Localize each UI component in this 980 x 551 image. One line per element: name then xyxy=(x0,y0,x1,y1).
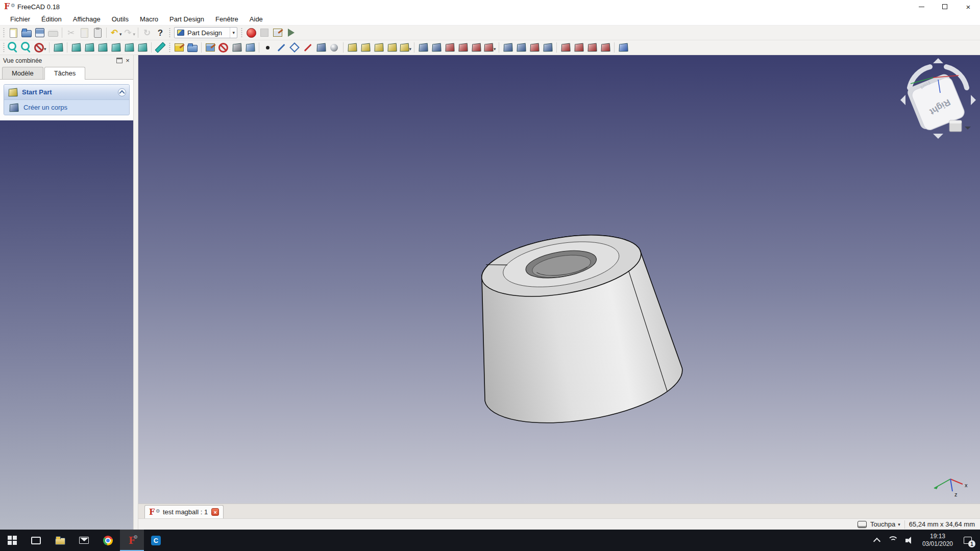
arrow-left[interactable] xyxy=(900,95,905,105)
network[interactable] xyxy=(885,530,901,551)
macro-edit[interactable] xyxy=(271,26,284,39)
arrow-right[interactable] xyxy=(971,95,976,105)
open-document[interactable] xyxy=(20,26,33,39)
undo[interactable]: ▾ xyxy=(109,26,122,39)
polar-pattern[interactable] xyxy=(528,41,541,54)
fit-selection[interactable] xyxy=(20,41,33,54)
nav-cube-dropdown-icon[interactable] xyxy=(965,127,971,130)
subtractive-pipe[interactable] xyxy=(470,41,483,54)
revolution[interactable] xyxy=(359,41,372,54)
close-button[interactable]: × xyxy=(957,0,980,13)
toolbar-drag-handle[interactable] xyxy=(168,27,172,38)
menu-macro[interactable]: Macro xyxy=(135,14,163,24)
additive-pipe[interactable] xyxy=(385,41,399,54)
shape-binder[interactable] xyxy=(314,41,328,54)
panel-splitter[interactable] xyxy=(134,55,138,530)
leave-sketch[interactable] xyxy=(217,41,230,54)
navigation-style-selector[interactable]: Touchpa ▾ xyxy=(856,519,900,530)
arrow-up[interactable] xyxy=(933,58,943,63)
view-front[interactable] xyxy=(69,41,83,54)
tab-taches[interactable]: Tâches xyxy=(44,67,86,80)
3d-part-model[interactable] xyxy=(138,55,980,504)
datum-line[interactable] xyxy=(275,41,288,54)
datum-point[interactable] xyxy=(261,41,275,54)
save-document[interactable] xyxy=(33,26,46,39)
datum-plane[interactable] xyxy=(288,41,301,54)
menu-edition[interactable]: Édition xyxy=(36,14,67,24)
paste[interactable] xyxy=(91,26,104,39)
linear-pattern[interactable] xyxy=(514,41,528,54)
draft[interactable] xyxy=(585,41,599,54)
workbench-selector[interactable]: Part Design ▾ xyxy=(174,27,237,38)
macro-record[interactable] xyxy=(244,26,258,39)
view-right[interactable] xyxy=(96,41,109,54)
app-c[interactable] xyxy=(144,530,168,551)
new-document[interactable] xyxy=(7,26,20,39)
volume[interactable] xyxy=(901,530,918,551)
create-body-task-link[interactable]: Créer un corps xyxy=(4,100,129,115)
map-sketch-to-face[interactable] xyxy=(230,41,243,54)
pad[interactable] xyxy=(346,41,359,54)
nav-cube-menu[interactable] xyxy=(949,120,971,132)
menu-aide[interactable]: Aide xyxy=(244,14,268,24)
maximize-button[interactable] xyxy=(933,0,957,13)
macro-execute[interactable] xyxy=(284,26,298,39)
chrome[interactable] xyxy=(96,530,120,551)
create-body[interactable] xyxy=(186,41,199,54)
chamfer[interactable] xyxy=(572,41,585,54)
task-view[interactable] xyxy=(24,530,48,551)
menu-fenetre[interactable]: Fenêtre xyxy=(210,14,243,24)
create-sketch[interactable] xyxy=(173,41,186,54)
multitransform[interactable] xyxy=(541,41,554,54)
view-rear[interactable] xyxy=(109,41,122,54)
toolbar-drag-handle[interactable] xyxy=(2,42,6,53)
thickness[interactable] xyxy=(599,41,612,54)
view-left[interactable] xyxy=(136,41,149,54)
taskbar-clock[interactable]: 19:13 03/01/2020 xyxy=(919,533,957,548)
panel-float-icon[interactable] xyxy=(116,58,122,63)
clone[interactable] xyxy=(328,41,341,54)
boolean-operation[interactable] xyxy=(617,41,630,54)
view-section[interactable] xyxy=(243,41,257,54)
subtractive-loft[interactable] xyxy=(456,41,470,54)
fit-all[interactable] xyxy=(7,41,20,54)
edit-sketch[interactable] xyxy=(204,41,217,54)
3d-viewport[interactable]: Right Front xyxy=(138,55,980,504)
mirrored[interactable] xyxy=(501,41,514,54)
action-center-button[interactable]: 1 xyxy=(958,530,978,551)
document-tab[interactable]: F⚙ test magball : 1 × xyxy=(144,505,224,518)
task-group-header[interactable]: Start Part xyxy=(4,85,129,100)
local-coordinate-system[interactable] xyxy=(301,41,314,54)
toolbar-drag-handle[interactable] xyxy=(240,27,243,38)
document-tab-close-icon[interactable]: × xyxy=(211,508,219,516)
view-top[interactable] xyxy=(83,41,96,54)
additive-loft[interactable] xyxy=(372,41,385,54)
mail[interactable] xyxy=(72,530,96,551)
groove[interactable] xyxy=(443,41,456,54)
file-explorer[interactable] xyxy=(48,530,72,551)
view-axonometric[interactable] xyxy=(52,41,65,54)
toolbar-drag-handle[interactable] xyxy=(2,27,6,38)
panel-close-icon[interactable]: × xyxy=(124,57,131,64)
tab-modele[interactable]: Modèle xyxy=(2,67,43,79)
additive-primitive[interactable]: ▾ xyxy=(399,41,412,54)
menu-outils[interactable]: Outils xyxy=(107,14,134,24)
draw-style[interactable]: ▾ xyxy=(33,41,47,54)
measure-distance[interactable] xyxy=(154,41,167,54)
fillet[interactable] xyxy=(559,41,572,54)
toolbar-drag-handle[interactable] xyxy=(168,42,172,53)
whats-this[interactable] xyxy=(154,26,167,39)
navigation-cube[interactable]: Right Front xyxy=(899,57,977,143)
arrow-down[interactable] xyxy=(933,134,943,139)
menu-fichier[interactable]: Fichier xyxy=(5,14,35,24)
subtractive-primitive[interactable]: ▾ xyxy=(483,41,497,54)
collapse-chevron-icon[interactable] xyxy=(118,88,126,96)
freecad-taskbar[interactable] xyxy=(120,530,144,551)
minimize-button[interactable] xyxy=(910,0,933,13)
view-bottom[interactable] xyxy=(122,41,136,54)
start-button[interactable] xyxy=(0,530,24,551)
menu-part-design[interactable]: Part Design xyxy=(164,14,209,24)
tray-expand[interactable] xyxy=(869,530,885,551)
menu-affichage[interactable]: Affichage xyxy=(68,14,106,24)
pocket[interactable] xyxy=(416,41,430,54)
